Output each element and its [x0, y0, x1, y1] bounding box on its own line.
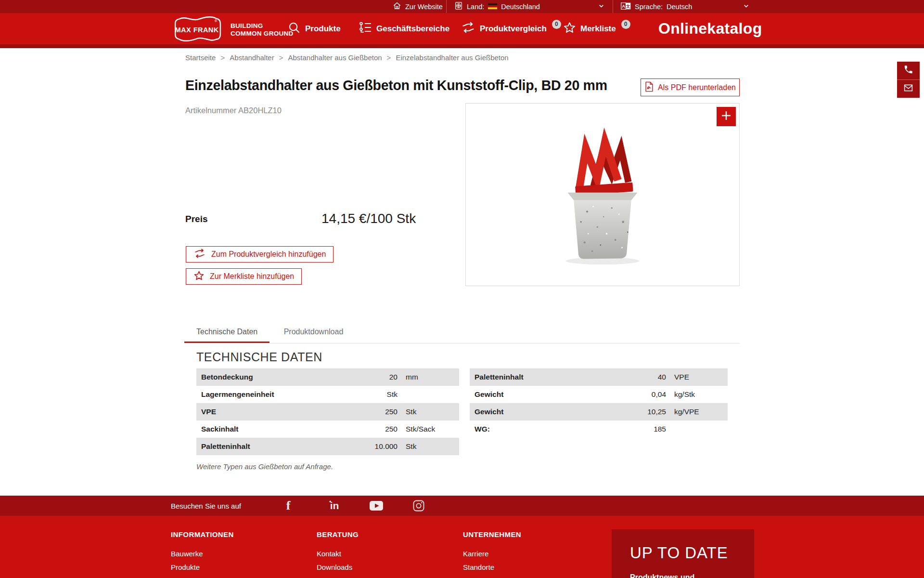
nav-produkte[interactable]: Produkte — [288, 13, 341, 44]
star-icon — [563, 21, 576, 36]
country-selector[interactable]: Land: Deutschland — [447, 0, 613, 13]
row-label: Sackinhalt — [196, 425, 344, 434]
table-row: Lagermengeneinheit Stk — [196, 386, 459, 403]
row-value: 10.000 — [344, 442, 398, 451]
row-unit: mm — [398, 373, 459, 381]
row-unit: kg/VPE — [666, 407, 728, 416]
svg-text:A: A — [622, 4, 625, 9]
breadcrumb-abstandhalter-giessbeton[interactable]: Abstandhalter aus Gießbeton — [288, 53, 382, 62]
country-label: Land: — [467, 3, 484, 11]
compare-icon — [461, 21, 475, 36]
svg-text:in: in — [330, 500, 339, 511]
svg-text:®: ® — [215, 19, 218, 23]
website-link[interactable]: Zur Website — [390, 0, 446, 13]
home-icon — [393, 1, 401, 12]
breadcrumb-startseite[interactable]: Startseite — [185, 53, 216, 62]
chevron-down-icon — [743, 2, 750, 11]
up-to-date-box: UP TO DATE Produktnews und technisches K… — [612, 529, 754, 578]
sitemap-icon — [359, 21, 372, 36]
download-pdf-button[interactable]: Als PDF herunterladen — [641, 79, 740, 96]
price-value: 14,15 €/100 Stk — [321, 211, 416, 226]
up-to-date-text: Produktnews und technisches Know- — [630, 573, 736, 578]
nav-geschaeftsbereiche[interactable]: Geschäftsbereiche — [359, 13, 449, 44]
germany-flag-icon — [488, 3, 497, 11]
nav-produktvergleich[interactable]: Produktvergleich 0 — [461, 13, 561, 44]
app-title: Onlinekatalog — [658, 13, 762, 44]
row-value: 20 — [344, 373, 398, 381]
row-label: Paletteninhalt — [470, 373, 612, 381]
product-image-frame — [465, 103, 740, 286]
breadcrumb: Startseite > Abstandhalter > Abstandhalt… — [185, 53, 509, 62]
max-frank-logo[interactable]: MAX FRANK ® BUILDING COMMON GROUND — [171, 14, 294, 45]
mail-icon — [903, 83, 913, 95]
social-bar: Besuchen Sie uns auf f in — [0, 496, 924, 516]
row-label: Lagermengeneinheit — [196, 390, 344, 399]
nav-merkliste[interactable]: Merkliste 0 — [563, 13, 630, 44]
produktvergleich-count-badge: 0 — [552, 20, 561, 29]
footer-link-standorte[interactable]: Standorte — [463, 563, 521, 571]
footer-link-downloads[interactable]: Downloads — [317, 563, 359, 571]
footer-col-beratung: BERATUNG Kontakt Downloads — [317, 530, 359, 577]
max-frank-logo-mark: MAX FRANK ® — [171, 14, 225, 45]
row-value: 250 — [344, 425, 398, 434]
technical-data-table-left: Betondeckung 20 mm Lagermengeneinheit St… — [196, 368, 459, 455]
footer: Besuchen Sie uns auf f in — [0, 496, 924, 578]
row-unit: VPE — [666, 373, 728, 381]
country-value: Deutschland — [501, 3, 540, 11]
svg-text:f: f — [286, 499, 291, 512]
language-selector[interactable]: A 文 Sprache: Deutsch — [613, 0, 757, 13]
article-number: Artikelnummer AB20HLZ10 — [185, 106, 282, 115]
main-header: MAX FRANK ® BUILDING COMMON GROUND Produ… — [0, 13, 924, 48]
row-unit: kg/Stk — [666, 390, 728, 399]
phone-button[interactable] — [897, 62, 920, 79]
tab-technische-daten[interactable]: Technische Daten — [184, 322, 270, 343]
breadcrumb-separator: > — [387, 53, 391, 62]
footer-link-karriere[interactable]: Karriere — [463, 550, 521, 558]
youtube-icon[interactable] — [370, 496, 383, 516]
row-label: Betondeckung — [196, 373, 344, 381]
pdf-file-icon — [644, 81, 654, 94]
translate-icon: A 文 — [621, 2, 631, 11]
linkedin-icon[interactable]: in — [328, 496, 341, 516]
row-label: VPE — [196, 407, 344, 416]
footer-heading: UNTERNEHMEN — [463, 530, 521, 539]
table-row: Sackinhalt 250 Stk/Sack — [196, 420, 459, 438]
breadcrumb-abstandhalter[interactable]: Abstandhalter — [230, 53, 274, 62]
search-icon — [288, 21, 301, 37]
language-label: Sprache: — [635, 3, 663, 11]
image-zoom-button[interactable] — [717, 107, 736, 126]
table-row: VPE 250 Stk — [196, 403, 459, 420]
up-to-date-heading: UP TO DATE — [630, 544, 736, 562]
phone-icon — [903, 65, 913, 77]
row-label: Gewicht — [470, 390, 612, 399]
mail-button[interactable] — [897, 79, 920, 98]
footer-link-bauwerke[interactable]: Bauwerke — [171, 550, 234, 558]
merkliste-count-badge: 0 — [621, 20, 630, 29]
tab-produktdownload[interactable]: Produktdownload — [272, 322, 356, 343]
add-to-wishlist-button[interactable]: Zur Merkliste hinzufügen — [186, 268, 302, 285]
star-icon — [193, 270, 205, 283]
row-unit: Stk — [398, 407, 459, 416]
row-value: 40 — [612, 373, 666, 381]
footer-link-produkte[interactable]: Produkte — [171, 563, 234, 571]
row-value: 0,04 — [612, 390, 666, 399]
price-label: Preis — [185, 214, 207, 224]
plus-icon — [720, 110, 732, 123]
footer-link-kontakt[interactable]: Kontakt — [317, 550, 359, 558]
technical-data-table-right: Paletteninhalt 40 VPE Gewicht 0,04 kg/St… — [470, 368, 728, 438]
footer-heading: BERATUNG — [317, 530, 359, 539]
chevron-down-icon — [598, 2, 605, 11]
facebook-icon[interactable]: f — [285, 496, 292, 516]
instagram-icon[interactable] — [413, 496, 424, 516]
add-to-compare-label: Zum Produktvergleich hinzufügen — [211, 250, 326, 259]
add-to-compare-button[interactable]: Zum Produktvergleich hinzufügen — [186, 246, 334, 263]
row-label: Gewicht — [470, 407, 612, 416]
technical-data-note: Weitere Typen aus Gießbeton auf Anfrage. — [196, 462, 333, 471]
svg-text:MAX FRANK: MAX FRANK — [175, 26, 218, 34]
row-label: Paletteninhalt — [196, 442, 344, 451]
row-value: 185 — [612, 425, 666, 434]
row-label: WG: — [470, 425, 612, 434]
svg-text:文: 文 — [626, 4, 630, 9]
logo-tagline: BUILDING COMMON GROUND — [231, 22, 294, 38]
breadcrumb-separator: > — [279, 53, 283, 62]
